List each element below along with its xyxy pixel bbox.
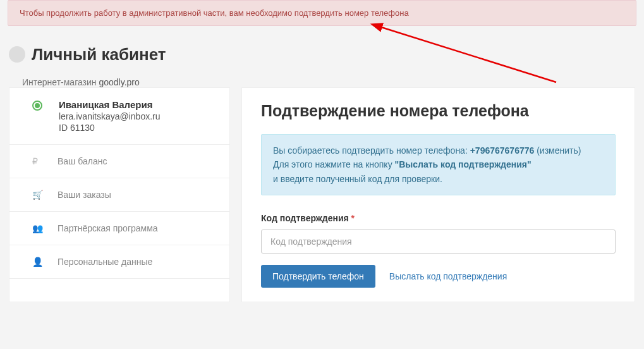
code-label-text: Код подтверждения (261, 213, 349, 223)
online-status-icon (32, 101, 42, 111)
alert-banner: Чтобы продолжить работу в административн… (8, 0, 636, 26)
code-input[interactable] (261, 230, 616, 254)
required-mark: * (351, 213, 355, 223)
sidebar-item-label: Персональные данные (58, 257, 152, 267)
user-name: Иваницкая Валерия (59, 99, 217, 110)
info-line3: и введите полученный код для проверки. (273, 174, 442, 184)
subtitle-prefix: Интернет-магазин (22, 77, 99, 87)
avatar-icon (9, 46, 25, 63)
sidebar-item-personal[interactable]: 👤 Персональные данные (9, 245, 229, 279)
sidebar-item-balance[interactable]: ₽ Ваш баланс (9, 145, 229, 178)
info-line1-prefix: Вы собираетесь подтвердить номер телефон… (273, 145, 470, 156)
sidebar-item-orders[interactable]: 🛒 Ваши заказы (9, 178, 229, 212)
change-phone-link[interactable]: (изменить) (537, 145, 581, 156)
confirm-phone-button[interactable]: Подтвердить телефон (261, 265, 375, 288)
store-name: goodly.pro (99, 77, 139, 87)
info-line2-prefix: Для этого нажмите на кнопку (273, 159, 395, 169)
main-content: Подтверждение номера телефона Вы собирае… (241, 87, 635, 302)
resend-code-link[interactable]: Выслать код подтверждения (389, 271, 507, 281)
main-title: Подтверждение номера телефона (261, 102, 616, 120)
user-profile-box: Иваницкая Валерия lera.ivanitskaya@inbox… (9, 88, 229, 145)
sidebar-item-partner[interactable]: 👥 Партнёрская программа (9, 212, 229, 245)
sidebar-item-label: Ваш баланс (58, 156, 107, 166)
page-subtitle: Интернет-магазин goodly.pro (22, 77, 644, 87)
info-line2-bold: "Выслать код подтверждения" (395, 159, 532, 169)
person-icon: 👤 (32, 257, 42, 267)
sidebar: Иваницкая Валерия lera.ivanitskaya@inbox… (9, 87, 230, 302)
sidebar-item-label: Партнёрская программа (58, 223, 158, 233)
cart-icon: 🛒 (32, 190, 42, 200)
info-panel: Вы собираетесь подтвердить номер телефон… (261, 134, 616, 195)
users-icon: 👥 (32, 223, 42, 233)
ruble-icon: ₽ (32, 156, 42, 166)
page-title: Личный кабинет (32, 45, 166, 64)
code-label: Код подтверждения * (261, 213, 616, 223)
page-header: Личный кабинет (9, 45, 644, 64)
user-id: ID 61130 (59, 123, 217, 133)
sidebar-item-label: Ваши заказы (58, 190, 111, 200)
phone-number: +796767676776 (470, 145, 535, 156)
alert-text: Чтобы продолжить работу в административн… (20, 8, 409, 18)
user-email: lera.ivanitskaya@inbox.ru (59, 111, 217, 121)
